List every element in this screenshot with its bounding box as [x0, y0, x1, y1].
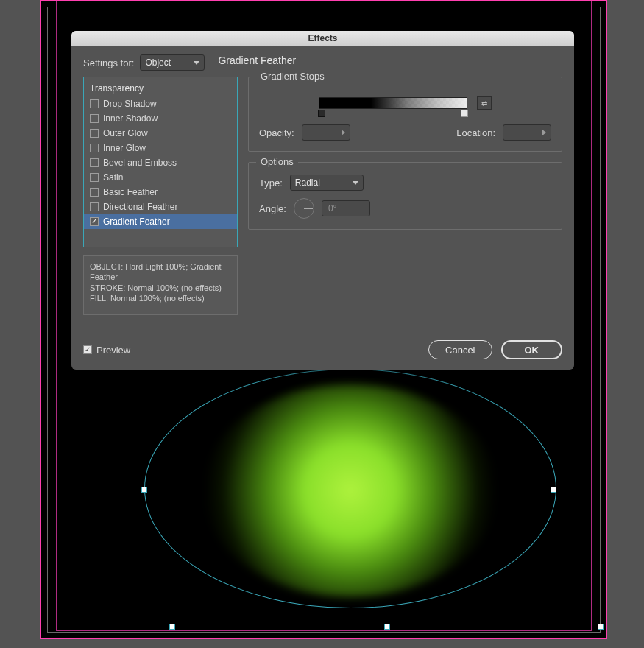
effect-item[interactable]: Bevel and Emboss — [84, 155, 237, 170]
angle-dial[interactable] — [294, 198, 314, 219]
selected-object[interactable] — [144, 362, 593, 641]
options-group: Options Type: Radial Angle: 0° — [248, 162, 562, 230]
bounding-box-edge — [172, 627, 603, 627]
reverse-gradient-button[interactable]: ⇄ — [477, 96, 492, 110]
location-input[interactable] — [503, 124, 551, 141]
effect-item[interactable]: Inner Glow — [84, 141, 237, 155]
settings-for-value: Object — [145, 57, 171, 68]
settings-for-label: Settings for: — [83, 57, 134, 68]
preview-checkbox[interactable]: Preview — [83, 345, 130, 356]
effect-item[interactable]: Drop Shadow — [84, 96, 237, 111]
summary-line: OBJECT: Hard Light 100%; Gradient Feathe… — [90, 261, 231, 283]
stepper-icon — [542, 130, 546, 135]
angle-input[interactable]: 0° — [322, 200, 370, 216]
ellipse-path-outline — [144, 369, 556, 608]
effect-item[interactable]: Outer Glow — [84, 126, 237, 141]
chevron-down-icon — [194, 61, 199, 65]
selection-handle[interactable] — [141, 487, 147, 493]
effect-item[interactable]: Basic Feather — [84, 185, 237, 200]
effect-checkbox[interactable] — [90, 173, 99, 182]
stepper-icon — [342, 130, 345, 135]
gradient-stops-legend: Gradient Stops — [256, 71, 329, 82]
type-select[interactable]: Radial — [290, 175, 364, 191]
effects-list-header[interactable]: Transparency — [84, 82, 237, 96]
effect-item[interactable]: Gradient Feather — [84, 214, 237, 229]
angle-value: 0° — [328, 203, 336, 214]
opacity-input[interactable] — [302, 124, 350, 141]
options-legend: Options — [256, 156, 298, 167]
effect-checkbox[interactable] — [90, 188, 99, 197]
ok-label: OK — [525, 345, 539, 356]
ok-button[interactable]: OK — [501, 340, 563, 359]
panel-heading: Gradient Feather — [218, 54, 296, 66]
effect-checkbox[interactable] — [90, 202, 99, 211]
selection-handle[interactable] — [551, 487, 556, 493]
effect-label: Inner Shadow — [103, 113, 158, 124]
angle-label: Angle: — [259, 203, 286, 214]
effect-label: Basic Feather — [103, 187, 158, 197]
checkbox-icon — [83, 345, 92, 354]
effect-checkbox[interactable] — [90, 114, 99, 123]
effect-item[interactable]: Satin — [84, 170, 237, 185]
effect-label: Outer Glow — [103, 128, 148, 138]
effect-checkbox[interactable] — [90, 144, 99, 152]
dialog-titlebar[interactable]: Effects — [71, 31, 574, 46]
effect-label: Bevel and Emboss — [103, 158, 177, 168]
cancel-button[interactable]: Cancel — [428, 340, 492, 359]
gradient-stop-right[interactable] — [461, 110, 468, 117]
dialog-title: Effects — [308, 33, 337, 43]
effects-list: Transparency Drop ShadowInner ShadowOute… — [83, 77, 238, 247]
effect-item[interactable]: Inner Shadow — [84, 111, 237, 126]
summary-line: STROKE: Normal 100%; (no effects) — [90, 283, 231, 293]
settings-for-select[interactable]: Object — [140, 54, 205, 71]
effect-checkbox[interactable] — [90, 158, 99, 167]
gradient-ramp[interactable] — [319, 98, 467, 108]
effect-item[interactable]: Directional Feather — [84, 200, 237, 214]
cancel-label: Cancel — [445, 345, 475, 356]
gradient-stop-left[interactable] — [318, 110, 325, 117]
effect-label: Satin — [103, 172, 123, 183]
effects-dialog: Effects Settings for: Object Gradient Fe… — [71, 31, 574, 370]
preview-label: Preview — [96, 345, 130, 356]
summary-line: FILL: Normal 100%; (no effects) — [90, 293, 231, 303]
effects-summary: OBJECT: Hard Light 100%; Gradient Feathe… — [83, 255, 238, 315]
effect-label: Drop Shadow — [103, 99, 157, 109]
effect-label: Gradient Feather — [103, 216, 170, 227]
location-label: Location: — [456, 127, 495, 138]
effect-checkbox[interactable] — [90, 217, 99, 226]
type-label: Type: — [259, 177, 283, 189]
effect-label: Inner Glow — [103, 143, 146, 153]
effect-checkbox[interactable] — [90, 129, 99, 138]
effect-checkbox[interactable] — [90, 99, 99, 108]
gradient-stops-group: Gradient Stops ⇄ Opacity: — [248, 77, 562, 152]
effect-label: Directional Feather — [103, 202, 177, 212]
opacity-label: Opacity: — [259, 127, 294, 138]
type-value: Radial — [295, 177, 320, 188]
chevron-down-icon — [353, 181, 358, 185]
